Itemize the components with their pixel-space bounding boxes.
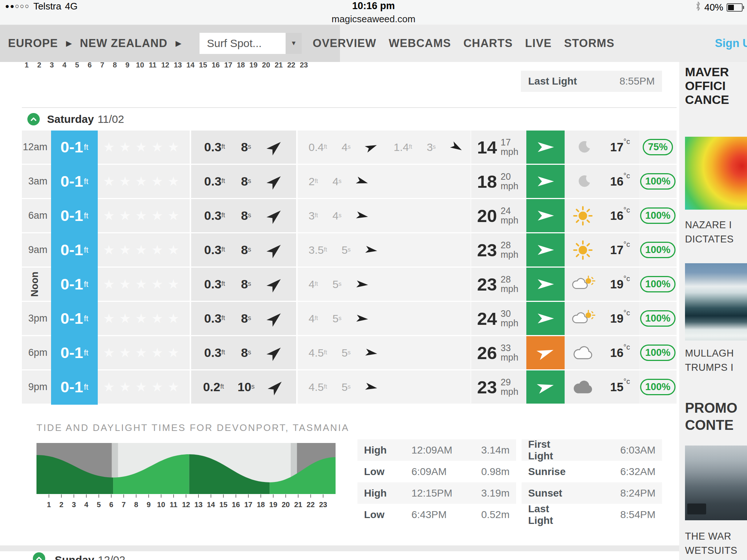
sidebar-article-caption[interactable]: NAZARE IDICTATES [685,218,734,246]
wind-speed-cell: 24 30mph [471,302,526,336]
sun-cloud-icon [565,268,601,302]
nav-item-webcams[interactable]: WEBCAMS [389,37,451,50]
time-label: 6am [22,199,51,233]
surf-height-value: 0-1ft [61,275,88,293]
daylight-time: 8:24PM [620,487,656,499]
svg-text:9: 9 [147,501,151,509]
coast-photo-thumbnail[interactable] [685,446,747,520]
sidebar-article-line: MULLAGH [685,346,734,361]
swell-arrow-icon [266,172,285,191]
tide-height: 3.19m [481,487,510,499]
primary-swell-cell: 0.3ft 8s [190,302,296,336]
wind-gust-value: 28mph [501,275,519,293]
swell-map-thumbnail[interactable] [685,137,747,210]
secondary-swell-cell: 4ft 5s [296,302,471,336]
forecast-row: 3am0-1ft★★★★★0.3ft 8s 2ft 4s 18 20mph16°… [22,165,677,199]
axis-hour-label: 7 [100,62,104,69]
probability-cell: 100% [639,199,677,233]
moon-icon [565,131,601,165]
probability-cell: 100% [639,165,677,199]
primary-swell-height: 0.2ft [203,380,224,394]
svg-text:23: 23 [319,501,327,509]
secondary-swell-cell: 3.5ft 5s [296,233,471,268]
probability-badge: 100% [640,345,676,361]
secondary-swell-height: 4.5ft [309,347,327,359]
secondary-swell-period: 5s [342,347,351,359]
svg-text:18: 18 [257,501,265,509]
surf-height-cell: 0-1ft [51,268,98,302]
nav-item-overview[interactable]: OVERVIEW [313,37,376,50]
svg-text:7: 7 [122,501,126,509]
news-sidebar: MAVEROFFICICANCENAZARE IDICTATESMULLAGHT… [679,62,747,560]
axis-hour-label: 19 [249,62,258,69]
status-right-cluster: 40% [695,1,743,13]
bluetooth-icon [695,1,701,13]
sidebar-article-headline[interactable]: PROMOCONTE [685,400,738,434]
wind-speed-cell: 23 28mph [471,268,526,302]
surf-spot-dropdown-value[interactable]: Surf Spot... [200,33,286,54]
axis-hour-label: 3 [50,62,54,69]
svg-text:19: 19 [269,501,277,509]
wind-gust-value: 30mph [501,309,519,328]
previous-tide-axis: 1234567891011121314151617181920212223 [22,62,336,70]
swell-arrow-icon [356,211,369,221]
sidebar-article-line: MAVER [685,65,729,79]
axis-hour-label: 10 [136,62,144,69]
air-temp: 19°c [601,302,639,336]
secondary-swell-height: 2ft [309,175,318,188]
sidebar-article-line: OFFICI [685,79,729,93]
cloud-dark-icon [565,370,601,405]
sidebar-article-caption[interactable]: MULLAGHTRUMPS I [685,346,734,375]
battery-percent: 40% [704,2,723,13]
secondary-swell-period: 4s [333,210,342,222]
nav-item-storms[interactable]: STORMS [564,37,615,50]
breadcrumb-country[interactable]: NEW ZEALAND [80,37,167,50]
secondary-swell-height: 3ft [309,210,318,222]
sidebar-article-line: PROMO [685,400,738,417]
collapse-chevron-icon[interactable] [27,113,40,125]
probability-cell: 100% [639,233,677,268]
daylight-time: 6:03AM [620,444,656,456]
secondary-swell: 0.4ft 4s [309,141,378,153]
time-label: 3am [22,165,51,199]
secondary-swell-period: 4s [333,175,342,188]
wave-photo-thumbnail[interactable] [685,263,747,341]
swell-arrow-icon [365,245,378,255]
wind-direction-cell [526,131,565,165]
svg-text:20: 20 [282,501,290,509]
swell-arrow-icon [365,348,378,358]
day-header-sunday[interactable]: Sunday12/02 [22,551,677,560]
sun-cloud-icon [565,302,601,336]
primary-swell-cell: 0.3ft 8s [190,233,296,268]
surf-height-cell: 0-1ft [51,233,98,268]
surf-spot-dropdown[interactable]: Surf Spot... ▼ [200,33,302,54]
chevron-down-icon[interactable]: ▼ [286,33,302,54]
wind-direction-cell [526,199,565,233]
sidebar-article-headline[interactable]: MAVEROFFICICANCE [685,65,729,106]
sign-up-link[interactable]: Sign Up [715,25,747,62]
probability-cell: 100% [639,370,677,405]
collapse-chevron-icon[interactable] [33,552,45,560]
air-temp: 16°c [601,199,639,233]
nav-item-live[interactable]: LIVE [525,37,552,50]
surf-height-value: 0-1ft [61,344,88,362]
time-label: 9pm [22,370,51,405]
nav-item-charts[interactable]: CHARTS [463,37,512,50]
svg-text:15: 15 [219,501,227,509]
axis-hour-label: 21 [275,62,283,69]
day-header-saturday[interactable]: Saturday11/02 [22,107,677,131]
daylight-label: Last Light [528,503,576,526]
svg-text:21: 21 [294,501,302,509]
swell-arrow-icon [266,343,285,362]
breadcrumb-region[interactable]: EUROPE [8,37,58,50]
tide-height: 0.52m [481,509,510,521]
svg-text:13: 13 [194,501,202,509]
forecast-row: Noon0-1ft★★★★★0.3ft 8s 4ft 5s 23 28mph19… [22,268,677,302]
sidebar-article-caption[interactable]: THE WARWETSUITS [685,529,738,558]
forecast-row: 12am0-1ft★★★★★0.3ft 8s 0.4ft 4s 1.4ft 3s… [22,131,677,165]
wind-speed-value: 18 [477,171,497,192]
axis-hour-label: 2 [37,62,41,69]
axis-hour-label: 6 [88,62,92,69]
forecast-row: 3pm0-1ft★★★★★0.3ft 8s 4ft 5s 24 30mph19°… [22,302,677,336]
primary-swell-period: 8s [241,346,251,360]
